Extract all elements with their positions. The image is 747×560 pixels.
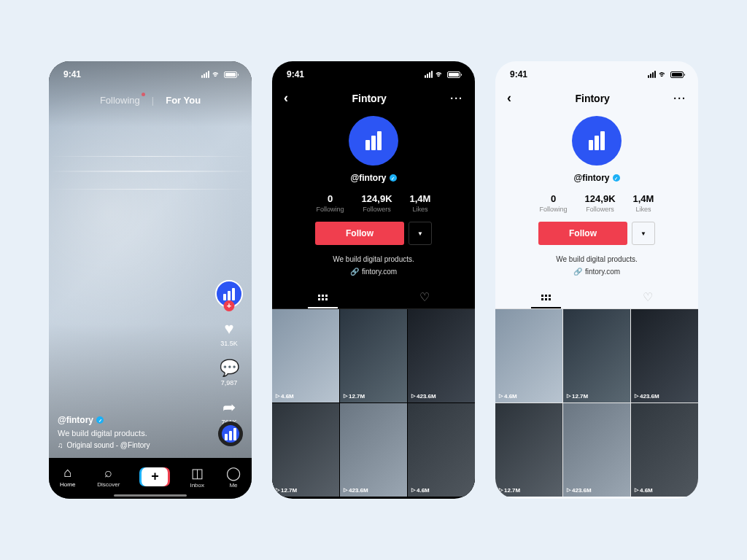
- logo-icon: [589, 131, 605, 150]
- video-tile[interactable]: ▷423.6M: [340, 403, 407, 497]
- video-tile[interactable]: ▷12.7M: [272, 403, 339, 497]
- video-tile[interactable]: ▷12.7M: [340, 309, 407, 402]
- status-time: 9:41: [287, 69, 304, 79]
- profile-dark-screen: 9:41 ᯤ ‹ Fintory ··· @fintory✓ 0Followin…: [272, 61, 475, 499]
- tab-videos[interactable]: [495, 286, 597, 308]
- play-icon: ▷: [276, 393, 279, 399]
- status-time: 9:41: [510, 69, 527, 79]
- more-button[interactable]: ···: [450, 93, 463, 104]
- follow-dropdown[interactable]: ▼: [409, 222, 432, 245]
- like-button[interactable]: ♥31.5K: [220, 319, 238, 347]
- verified-icon: ✓: [96, 416, 104, 424]
- notification-dot: [142, 93, 145, 96]
- profile-avatar[interactable]: [349, 116, 398, 166]
- play-icon: ▷: [411, 393, 415, 399]
- status-time: 9:41: [63, 69, 81, 79]
- profile-link[interactable]: 🔗fintory.com: [573, 268, 620, 276]
- video-tile[interactable]: ▷4.6M: [495, 309, 562, 402]
- tab-for-you[interactable]: For You: [166, 95, 201, 106]
- feed-tabs: Following | For You: [49, 95, 252, 106]
- page-title: Fintory: [352, 93, 386, 104]
- feed-info: @fintory✓ We build digital products. ♫Or…: [58, 415, 150, 449]
- play-icon: ▷: [344, 393, 347, 399]
- logo-icon: [225, 428, 236, 440]
- tab-liked[interactable]: ♡: [597, 286, 698, 308]
- grid-icon: [318, 295, 328, 300]
- stat-following[interactable]: 0Following: [317, 193, 344, 213]
- sound-disc[interactable]: [218, 421, 243, 446]
- video-tile[interactable]: ▷423.6M: [563, 403, 630, 497]
- content-tabs: ♡: [272, 286, 475, 309]
- video-tile[interactable]: ▷4.6M: [408, 403, 475, 497]
- verified-icon: ✓: [613, 174, 620, 182]
- nav-me[interactable]: ◯Me: [226, 465, 241, 489]
- profile-link[interactable]: 🔗fintory.com: [350, 268, 397, 276]
- play-icon: ▷: [635, 487, 638, 493]
- feed-screen: 9:41 ᯤ Following | For You ♥31.5K 💬7,987…: [49, 61, 252, 499]
- signal-icon: [201, 71, 209, 78]
- create-button[interactable]: +: [142, 467, 168, 486]
- wifi-icon: ᯤ: [659, 69, 667, 79]
- comment-button[interactable]: 💬7,987: [220, 359, 239, 386]
- nav-home[interactable]: ⌂Home: [60, 465, 75, 488]
- video-tile[interactable]: ▷4.6M: [631, 403, 698, 497]
- author-handle[interactable]: @fintory✓: [58, 415, 150, 425]
- stat-followers[interactable]: 124,9KFollowers: [362, 193, 392, 213]
- play-icon: ▷: [635, 393, 638, 399]
- follow-button[interactable]: Follow: [315, 222, 404, 245]
- stat-followers[interactable]: 124,9KFollowers: [585, 193, 616, 213]
- profile-info: @fintory✓ 0Following 124,9KFollowers 1,4…: [272, 109, 475, 286]
- video-tile[interactable]: ▷423.6M: [631, 309, 698, 402]
- link-icon: 🔗: [350, 268, 359, 276]
- search-icon: ⌕: [104, 465, 112, 481]
- profile-avatar[interactable]: [572, 116, 622, 166]
- share-icon: ➦: [222, 398, 236, 417]
- page-title: Fintory: [575, 93, 609, 104]
- music-icon: ♫: [58, 441, 63, 449]
- nav-inbox[interactable]: ◫Inbox: [190, 465, 204, 489]
- more-button[interactable]: ···: [673, 93, 686, 104]
- video-tile[interactable]: ▷423.6M: [408, 309, 475, 402]
- nav-discover[interactable]: ⌕Discover: [97, 465, 120, 488]
- back-button[interactable]: ‹: [284, 90, 288, 106]
- profile-info: @fintory✓ 0Following 124,9KFollowers 1,4…: [495, 109, 698, 286]
- profile-header: ‹ Fintory ···: [495, 88, 698, 109]
- video-tile[interactable]: ▷12.7M: [563, 309, 630, 402]
- play-icon: ▷: [499, 487, 503, 493]
- profile-bio: We build digital products.: [556, 255, 638, 263]
- video-tile[interactable]: ▷4.6M: [272, 309, 339, 402]
- profile-bio: We build digital products.: [333, 255, 414, 263]
- sound-info[interactable]: ♫Original sound - @Fintory: [58, 441, 150, 449]
- home-icon: ⌂: [63, 465, 71, 481]
- content-tabs: ♡: [495, 286, 698, 309]
- video-tile[interactable]: ▷12.7M: [495, 403, 562, 497]
- battery-icon: [447, 71, 460, 78]
- follow-dropdown[interactable]: ▼: [632, 222, 655, 245]
- profile-avatar-button[interactable]: [215, 280, 243, 308]
- tab-videos[interactable]: [272, 286, 374, 308]
- status-bar: 9:41 ᯤ: [495, 61, 698, 88]
- stat-likes[interactable]: 1,4MLikes: [633, 193, 654, 213]
- back-button[interactable]: ‹: [507, 90, 511, 106]
- profile-header: ‹ Fintory ···: [272, 88, 475, 109]
- bottom-nav: ⌂Home ⌕Discover + ◫Inbox ◯Me: [49, 458, 252, 499]
- battery-icon: [670, 71, 684, 78]
- grid-icon: [541, 295, 551, 300]
- video-caption: We build digital products.: [58, 429, 150, 438]
- stat-likes[interactable]: 1,4MLikes: [410, 193, 431, 213]
- video-grid: ▷4.6M ▷12.7M ▷423.6M ▷12.7M ▷423.6M ▷4.6…: [495, 309, 698, 497]
- inbox-icon: ◫: [191, 465, 204, 481]
- link-icon: 🔗: [573, 268, 582, 276]
- tab-following[interactable]: Following: [100, 95, 140, 106]
- video-grid: ▷4.6M ▷12.7M ▷423.6M ▷12.7M ▷423.6M ▷4.6…: [272, 309, 475, 497]
- play-icon: ▷: [499, 393, 503, 399]
- verified-icon: ✓: [390, 174, 397, 182]
- tab-liked[interactable]: ♡: [374, 286, 475, 308]
- action-rail: ♥31.5K 💬7,987 ➦761K: [215, 280, 243, 426]
- stat-following[interactable]: 0Following: [540, 193, 568, 213]
- follow-button[interactable]: Follow: [538, 222, 627, 245]
- battery-icon: [224, 71, 237, 78]
- home-indicator[interactable]: [114, 494, 187, 497]
- play-icon: ▷: [411, 487, 415, 493]
- logo-icon: [223, 288, 235, 300]
